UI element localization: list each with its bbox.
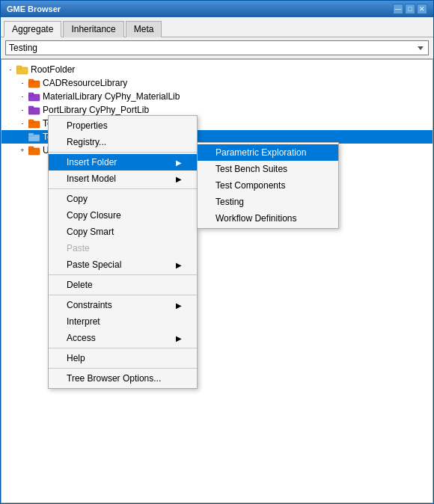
submenu-item-testing[interactable]: Testing [198,194,338,210]
separator-2 [49,188,197,189]
expand-icon-root [4,64,16,76]
tab-bar: Aggregate Inheritance Meta [1,17,433,37]
separator-6 [49,368,197,369]
close-button[interactable]: ✕ [417,4,427,14]
minimize-button[interactable]: — [393,4,403,14]
tree-label-port: PortLibrary CyPhy_PortLib [43,105,149,115]
folder-icon-testing [28,132,40,142]
tab-aggregate[interactable]: Aggregate [4,21,61,37]
folder-icon-port [28,105,40,115]
expand-icon-testing [16,131,28,143]
folder-icon-unit [28,145,40,156]
insert-folder-submenu: Parametric Exploration Test Bench Suites… [197,142,339,229]
folder-icon-root [16,64,28,75]
submenu-arrow-insert-model: ▶ [176,175,182,183]
tree-label-root: RootFolder [31,64,75,75]
svg-rect-11 [28,133,34,136]
menu-item-help[interactable]: Help [49,350,197,366]
dropdown-bar: Testing [1,37,433,59]
window-title: GME Browser [7,4,61,13]
maximize-button[interactable]: □ [405,4,415,14]
menu-item-delete[interactable]: Delete [49,277,197,293]
submenu-arrow-paste-special: ▶ [176,261,182,269]
submenu-item-test-bench-suites[interactable]: Test Bench Suites [198,161,338,177]
menu-item-insert-folder[interactable]: Insert Folder ▶ [49,154,197,170]
separator-3 [49,274,197,275]
menu-item-tree-browser[interactable]: Tree Browser Options... [49,370,197,387]
menu-item-constraints[interactable]: Constraints ▶ [49,297,197,313]
submenu-arrow-insert-folder: ▶ [176,159,182,167]
expand-icon-port [16,104,28,116]
menu-item-paste-special[interactable]: Paste Special ▶ [49,256,197,273]
context-menu: Properties Registry... Insert Folder ▶ I… [48,115,198,389]
tree-label-cad: CADResourceLibrary [43,78,127,88]
expand-icon-testbench [16,117,28,129]
submenu-item-test-components[interactable]: Test Components [198,177,338,194]
svg-rect-5 [28,93,34,96]
svg-rect-13 [28,147,34,150]
tab-meta[interactable]: Meta [126,21,162,37]
content-area: RootFolder CADResourceLibrary [1,59,433,503]
menu-item-copy[interactable]: Copy [49,191,197,207]
menu-item-properties[interactable]: Properties [49,117,197,134]
svg-rect-1 [16,66,22,69]
tree-label-material: MaterialLibrary CyPhy_MaterialLib [43,91,180,102]
tree-item-cad[interactable]: CADResourceLibrary [1,76,433,90]
submenu-arrow-access: ▶ [176,334,182,342]
tree-item-material[interactable]: MaterialLibrary CyPhy_MaterialLib [1,90,433,103]
menu-item-interpret[interactable]: Interpret [49,313,197,330]
expand-icon-cad [16,77,28,89]
window-controls: — □ ✕ [393,4,427,14]
expand-icon-material [16,90,28,102]
menu-item-copy-smart[interactable]: Copy Smart [49,224,197,240]
svg-rect-3 [28,79,34,82]
expand-icon-unit [16,144,28,156]
menu-item-registry[interactable]: Registry... [49,134,197,150]
gme-browser-window: GME Browser — □ ✕ Aggregate Inheritance … [0,0,434,504]
title-bar: GME Browser — □ ✕ [1,1,433,17]
context-dropdown[interactable]: Testing [5,40,429,55]
menu-item-paste: Paste [49,240,197,256]
separator-4 [49,295,197,295]
menu-item-access[interactable]: Access ▶ [49,330,197,346]
svg-rect-7 [28,106,34,109]
svg-rect-9 [28,120,34,123]
separator-1 [49,152,197,153]
submenu-arrow-constraints: ▶ [176,301,182,310]
menu-item-insert-model[interactable]: Insert Model ▶ [49,170,197,187]
tab-inheritance[interactable]: Inheritance [63,21,123,37]
folder-icon-testbench [28,118,40,129]
separator-5 [49,348,197,348]
folder-icon-cad [28,78,40,88]
submenu-item-workflow[interactable]: Workflow Definitions [198,210,338,227]
submenu-item-parametric[interactable]: Parametric Exploration [198,144,338,161]
folder-icon-material [28,91,40,102]
tree-item-root[interactable]: RootFolder [1,63,433,76]
menu-item-copy-closure[interactable]: Copy Closure [49,207,197,224]
